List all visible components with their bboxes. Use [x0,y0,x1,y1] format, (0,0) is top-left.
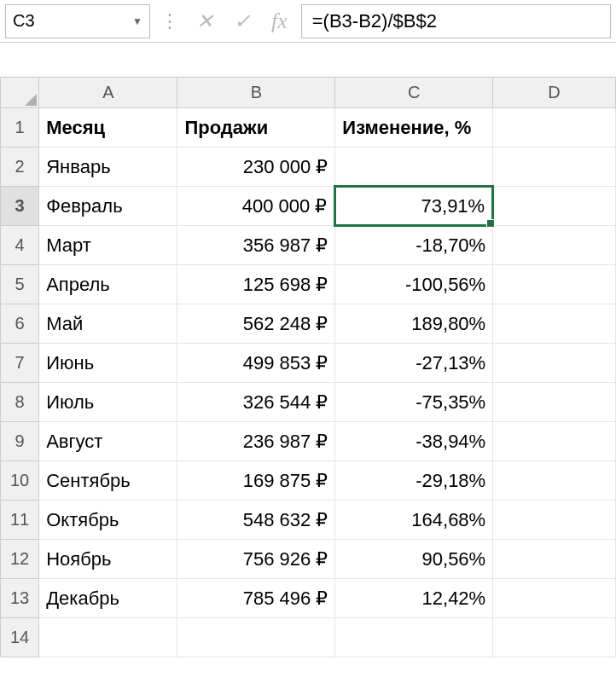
cell-D6[interactable] [493,304,616,344]
cell-B13[interactable]: 785 496 ₽ [177,579,335,618]
cell-C1[interactable]: Изменение, % [335,108,493,148]
row-header-7[interactable]: 7 [1,344,39,383]
cell-B14[interactable] [177,618,335,657]
cell-C13[interactable]: 12,42% [335,579,493,618]
cell-A12[interactable]: Ноябрь [39,540,177,579]
row-header-13[interactable]: 13 [1,579,39,618]
col-header-C[interactable]: C [335,78,493,108]
cell-C8[interactable]: -75,35% [335,383,493,422]
cell-C6[interactable]: 189,80% [335,304,493,344]
cell-B8[interactable]: 326 544 ₽ [177,383,335,422]
cell-D12[interactable] [493,540,616,579]
cell-A11[interactable]: Октябрь [39,501,177,540]
cell-A1[interactable]: Месяц [39,108,177,148]
cell-C5[interactable]: -100,56% [335,265,493,304]
confirm-icon[interactable]: ✓ [234,9,251,33]
cell-D10[interactable] [493,461,616,501]
cell-D8[interactable] [493,383,616,422]
cell-A3[interactable]: Февраль [39,187,177,226]
cell-A14[interactable] [39,618,177,657]
row-header-4[interactable]: 4 [1,226,39,265]
col-header-A[interactable]: A [39,78,177,108]
cell-D14[interactable] [493,618,616,657]
cell-B6[interactable]: 562 248 ₽ [177,304,335,344]
select-all-corner[interactable] [1,78,39,108]
fx-icon[interactable]: fx [271,9,288,34]
cell-D1[interactable] [493,108,616,148]
cell-A4[interactable]: Март [39,226,177,265]
cell-C9[interactable]: -38,94% [335,422,493,461]
name-box-value: C3 [13,11,35,31]
cell-C11[interactable]: 164,68% [335,501,493,540]
cell-D5[interactable] [493,265,616,304]
cell-B12[interactable]: 756 926 ₽ [177,540,335,579]
formula-input[interactable]: =(B3-B2)/$B$2 [301,4,611,38]
cell-A9[interactable]: Август [39,422,177,461]
cell-B5[interactable]: 125 698 ₽ [177,265,335,304]
cell-A6[interactable]: Май [39,304,177,344]
row-header-14[interactable]: 14 [1,618,39,657]
col-header-B[interactable]: B [177,78,335,108]
row-header-11[interactable]: 11 [1,501,39,540]
name-box[interactable]: C3 ▼ [5,4,150,38]
cell-D11[interactable] [493,501,616,540]
cell-D2[interactable] [493,148,616,187]
cell-C3[interactable]: 73,91% [335,187,493,226]
row-header-9[interactable]: 9 [1,422,39,461]
col-header-D[interactable]: D [493,78,616,108]
row-header-8[interactable]: 8 [1,383,39,422]
formula-bar-icons: ✕ ✓ fx [189,9,294,34]
cell-A13[interactable]: Декабрь [39,579,177,618]
row-header-5[interactable]: 5 [1,265,39,304]
cell-D9[interactable] [493,422,616,461]
chevron-down-icon[interactable]: ▼ [132,15,142,27]
cell-D13[interactable] [493,579,616,618]
formula-bar: C3 ▼ ⋮ ✕ ✓ fx =(B3-B2)/$B$2 [0,0,616,43]
row-header-1[interactable]: 1 [1,108,39,148]
spreadsheet-grid: A B C D 1МесяцПродажиИзменение, %2Январь… [0,77,616,657]
row-header-10[interactable]: 10 [1,461,39,501]
cell-B1[interactable]: Продажи [177,108,335,148]
cell-A2[interactable]: Январь [39,148,177,187]
row-header-6[interactable]: 6 [1,304,39,344]
cell-D7[interactable] [493,344,616,383]
cell-A10[interactable]: Сентябрь [39,461,177,501]
cell-B10[interactable]: 169 875 ₽ [177,461,335,501]
cell-D4[interactable] [493,226,616,265]
cell-C2[interactable] [335,148,493,187]
cell-C14[interactable] [335,618,493,657]
row-header-3[interactable]: 3 [1,187,39,226]
row-header-2[interactable]: 2 [1,148,39,187]
cell-B9[interactable]: 236 987 ₽ [177,422,335,461]
cell-A7[interactable]: Июнь [39,344,177,383]
cell-B7[interactable]: 499 853 ₽ [177,344,335,383]
cell-C4[interactable]: -18,70% [335,226,493,265]
cell-C7[interactable]: -27,13% [335,344,493,383]
cell-D3[interactable] [493,187,616,226]
cell-B4[interactable]: 356 987 ₽ [177,226,335,265]
cell-B11[interactable]: 548 632 ₽ [177,501,335,540]
cell-A5[interactable]: Апрель [39,265,177,304]
separator: ⋮ [157,10,183,32]
cell-C12[interactable]: 90,56% [335,540,493,579]
cell-B3[interactable]: 400 000 ₽ [177,187,335,226]
formula-text: =(B3-B2)/$B$2 [312,10,437,32]
cell-B2[interactable]: 230 000 ₽ [177,148,335,187]
cancel-icon[interactable]: ✕ [196,9,213,33]
cell-C10[interactable]: -29,18% [335,461,493,501]
cell-A8[interactable]: Июль [39,383,177,422]
row-header-12[interactable]: 12 [1,540,39,579]
